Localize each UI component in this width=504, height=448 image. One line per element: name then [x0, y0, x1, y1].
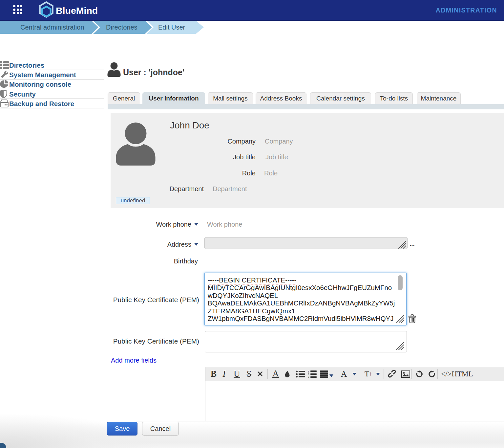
svg-text:3: 3	[308, 375, 309, 378]
